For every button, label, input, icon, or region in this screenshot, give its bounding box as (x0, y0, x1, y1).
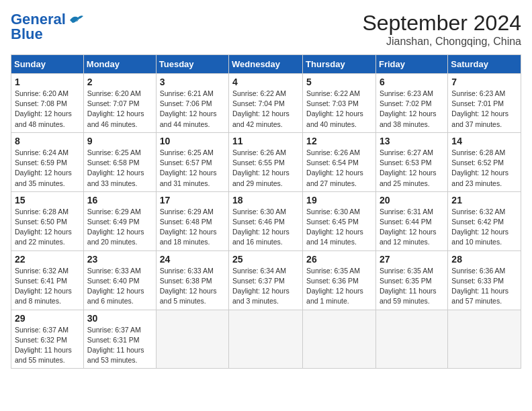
day-info: Sunrise: 6:35 AM Sunset: 6:36 PM Dayligh… (306, 266, 372, 307)
day-number: 12 (306, 136, 372, 146)
calendar-cell (448, 310, 521, 369)
day-number: 15 (15, 195, 80, 205)
calendar-cell: 27Sunrise: 6:35 AM Sunset: 6:35 PM Dayli… (375, 250, 447, 310)
calendar-cell: 2Sunrise: 6:20 AM Sunset: 7:07 PM Daylig… (83, 74, 156, 133)
day-number: 9 (87, 136, 152, 146)
day-number: 7 (451, 77, 517, 87)
weekday-header-saturday: Saturday (448, 55, 521, 74)
title-block: September 2024 Jianshan, Chongqing, Chin… (362, 11, 521, 48)
day-number: 13 (380, 136, 444, 146)
weekday-header-friday: Friday (375, 55, 447, 74)
calendar-cell: 25Sunrise: 6:34 AM Sunset: 6:37 PM Dayli… (229, 250, 303, 310)
month-year-title: September 2024 (362, 11, 521, 36)
calendar-cell: 28Sunrise: 6:36 AM Sunset: 6:33 PM Dayli… (448, 250, 521, 310)
calendar-cell: 30Sunrise: 6:37 AM Sunset: 6:31 PM Dayli… (83, 310, 156, 369)
day-number: 28 (451, 254, 517, 265)
page-header: General Blue September 2024 Jianshan, Ch… (11, 11, 521, 48)
day-number: 17 (160, 195, 225, 205)
day-number: 1 (15, 77, 80, 87)
day-info: Sunrise: 6:26 AM Sunset: 6:54 PM Dayligh… (306, 148, 372, 189)
day-info: Sunrise: 6:26 AM Sunset: 6:55 PM Dayligh… (232, 148, 299, 189)
day-number: 20 (380, 195, 444, 205)
day-info: Sunrise: 6:24 AM Sunset: 6:59 PM Dayligh… (15, 148, 80, 189)
calendar-cell: 3Sunrise: 6:21 AM Sunset: 7:06 PM Daylig… (156, 74, 228, 133)
day-number: 27 (380, 254, 444, 265)
day-number: 24 (160, 254, 225, 265)
day-info: Sunrise: 6:28 AM Sunset: 6:50 PM Dayligh… (15, 207, 80, 248)
calendar-cell (375, 310, 447, 369)
calendar-cell: 6Sunrise: 6:23 AM Sunset: 7:02 PM Daylig… (375, 74, 447, 133)
calendar-cell: 1Sunrise: 6:20 AM Sunset: 7:08 PM Daylig… (11, 74, 84, 133)
calendar-cell (303, 310, 376, 369)
logo-bird-icon (69, 13, 83, 26)
calendar-cell: 11Sunrise: 6:26 AM Sunset: 6:55 PM Dayli… (229, 132, 303, 191)
day-info: Sunrise: 6:22 AM Sunset: 7:03 PM Dayligh… (306, 89, 372, 130)
day-info: Sunrise: 6:21 AM Sunset: 7:06 PM Dayligh… (160, 89, 225, 130)
day-info: Sunrise: 6:31 AM Sunset: 6:44 PM Dayligh… (380, 207, 444, 248)
calendar-cell (229, 310, 303, 369)
day-number: 11 (232, 136, 299, 146)
day-number: 26 (306, 254, 372, 265)
calendar-week-3: 15Sunrise: 6:28 AM Sunset: 6:50 PM Dayli… (11, 191, 521, 250)
calendar-table: SundayMondayTuesdayWednesdayThursdayFrid… (11, 54, 521, 369)
logo: General Blue (11, 11, 83, 43)
day-number: 16 (87, 195, 152, 205)
day-number: 3 (160, 77, 225, 87)
calendar-cell: 14Sunrise: 6:28 AM Sunset: 6:52 PM Dayli… (448, 132, 521, 191)
calendar-cell: 26Sunrise: 6:35 AM Sunset: 6:36 PM Dayli… (303, 250, 376, 310)
day-info: Sunrise: 6:32 AM Sunset: 6:42 PM Dayligh… (451, 207, 517, 248)
calendar-week-4: 22Sunrise: 6:32 AM Sunset: 6:41 PM Dayli… (11, 250, 521, 310)
calendar-cell: 10Sunrise: 6:25 AM Sunset: 6:57 PM Dayli… (156, 132, 228, 191)
day-info: Sunrise: 6:34 AM Sunset: 6:37 PM Dayligh… (232, 266, 299, 307)
calendar-cell: 18Sunrise: 6:30 AM Sunset: 6:46 PM Dayli… (229, 191, 303, 250)
calendar-cell: 29Sunrise: 6:37 AM Sunset: 6:32 PM Dayli… (11, 310, 84, 369)
day-number: 29 (15, 313, 80, 324)
day-number: 5 (306, 77, 372, 87)
day-info: Sunrise: 6:30 AM Sunset: 6:46 PM Dayligh… (232, 207, 299, 248)
calendar-cell: 21Sunrise: 6:32 AM Sunset: 6:42 PM Dayli… (448, 191, 521, 250)
day-number: 25 (232, 254, 299, 265)
calendar-cell: 24Sunrise: 6:33 AM Sunset: 6:38 PM Dayli… (156, 250, 228, 310)
calendar-week-2: 8Sunrise: 6:24 AM Sunset: 6:59 PM Daylig… (11, 132, 521, 191)
day-info: Sunrise: 6:30 AM Sunset: 6:45 PM Dayligh… (306, 207, 372, 248)
day-info: Sunrise: 6:25 AM Sunset: 6:57 PM Dayligh… (160, 148, 225, 189)
day-info: Sunrise: 6:37 AM Sunset: 6:32 PM Dayligh… (15, 325, 80, 366)
day-number: 6 (380, 77, 444, 87)
day-number: 10 (160, 136, 225, 146)
day-number: 14 (451, 136, 517, 146)
calendar-cell: 19Sunrise: 6:30 AM Sunset: 6:45 PM Dayli… (303, 191, 376, 250)
calendar-cell: 13Sunrise: 6:27 AM Sunset: 6:53 PM Dayli… (375, 132, 447, 191)
day-number: 4 (232, 77, 299, 87)
day-info: Sunrise: 6:37 AM Sunset: 6:31 PM Dayligh… (87, 325, 152, 366)
calendar-cell: 22Sunrise: 6:32 AM Sunset: 6:41 PM Dayli… (11, 250, 84, 310)
day-info: Sunrise: 6:28 AM Sunset: 6:52 PM Dayligh… (451, 148, 517, 189)
day-info: Sunrise: 6:35 AM Sunset: 6:35 PM Dayligh… (380, 266, 444, 307)
day-number: 2 (87, 77, 152, 87)
weekday-header-row: SundayMondayTuesdayWednesdayThursdayFrid… (11, 55, 521, 74)
day-number: 19 (306, 195, 372, 205)
weekday-header-wednesday: Wednesday (229, 55, 303, 74)
day-info: Sunrise: 6:23 AM Sunset: 7:02 PM Dayligh… (380, 89, 444, 130)
day-info: Sunrise: 6:36 AM Sunset: 6:33 PM Dayligh… (451, 266, 517, 307)
day-info: Sunrise: 6:23 AM Sunset: 7:01 PM Dayligh… (451, 89, 517, 130)
day-number: 21 (451, 195, 517, 205)
day-info: Sunrise: 6:22 AM Sunset: 7:04 PM Dayligh… (232, 89, 299, 130)
day-number: 23 (87, 254, 152, 265)
calendar-cell: 8Sunrise: 6:24 AM Sunset: 6:59 PM Daylig… (11, 132, 84, 191)
day-info: Sunrise: 6:32 AM Sunset: 6:41 PM Dayligh… (15, 266, 80, 307)
day-info: Sunrise: 6:29 AM Sunset: 6:48 PM Dayligh… (160, 207, 225, 248)
day-info: Sunrise: 6:20 AM Sunset: 7:08 PM Dayligh… (15, 89, 80, 130)
location-subtitle: Jianshan, Chongqing, China (362, 36, 521, 48)
calendar-cell: 17Sunrise: 6:29 AM Sunset: 6:48 PM Dayli… (156, 191, 228, 250)
calendar-week-5: 29Sunrise: 6:37 AM Sunset: 6:32 PM Dayli… (11, 310, 521, 369)
calendar-cell: 16Sunrise: 6:29 AM Sunset: 6:49 PM Dayli… (83, 191, 156, 250)
day-info: Sunrise: 6:29 AM Sunset: 6:49 PM Dayligh… (87, 207, 152, 248)
weekday-header-monday: Monday (83, 55, 156, 74)
day-number: 18 (232, 195, 299, 205)
day-number: 30 (87, 313, 152, 324)
calendar-cell: 4Sunrise: 6:22 AM Sunset: 7:04 PM Daylig… (229, 74, 303, 133)
calendar-cell: 7Sunrise: 6:23 AM Sunset: 7:01 PM Daylig… (448, 74, 521, 133)
calendar-cell (156, 310, 228, 369)
logo-blue: Blue (11, 26, 43, 43)
day-info: Sunrise: 6:33 AM Sunset: 6:38 PM Dayligh… (160, 266, 225, 307)
